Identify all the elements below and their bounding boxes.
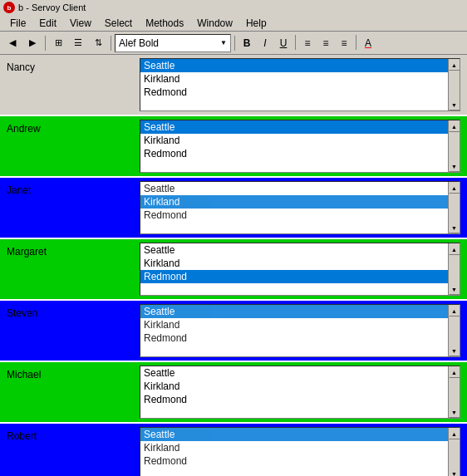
scroll-up-button[interactable]: ▲ [449,182,460,194]
row-steven: StevenSeattleKirklandRedmond▲▼ [0,301,467,362]
row-name-nancy: Nancy [7,58,140,73]
toolbar-sep-2 [111,36,111,51]
menu-file[interactable]: File [3,16,32,31]
italic-button[interactable]: I [257,35,273,52]
list-item[interactable]: Kirkland [140,195,448,209]
toolbar-sep-3 [234,36,235,51]
align-right-button[interactable]: ≡ [336,35,352,52]
row-nancy: NancySeattleKirklandRedmond▲▼ [0,55,467,116]
scroll-down-button[interactable]: ▼ [449,468,460,476]
listbox-michael[interactable]: SeattleKirklandRedmond [140,366,460,418]
listbox-container-andrew[interactable]: SeattleKirklandRedmond▲▼ [140,120,460,173]
list-item[interactable]: Kirkland [140,318,448,331]
scroll-up-button[interactable]: ▲ [449,59,460,71]
row-name-andrew: Andrew [7,120,140,135]
row-name-steven: Steven [7,304,140,319]
list-item[interactable]: Redmond [140,270,448,283]
font-selector[interactable]: Alef Bold ▼ [115,34,231,52]
app-icon: b [3,2,15,13]
list-item[interactable]: Seattle [140,428,448,441]
scroll-down-button[interactable]: ▼ [449,345,460,356]
toolbar-sep-4 [295,35,296,50]
bold-button[interactable]: B [238,35,255,52]
list-item[interactable]: Redmond [140,454,448,468]
listbox-janet[interactable]: SeattleKirklandRedmond [140,182,460,233]
font-color-button[interactable]: A [360,35,376,52]
align-center-button[interactable]: ≡ [317,35,334,52]
row-name-janet: Janet [7,181,140,196]
menu-edit[interactable]: Edit [32,16,63,31]
scrollbar[interactable]: ▲▼ [448,305,460,356]
font-combo-arrow: ▼ [220,39,227,47]
grid-button[interactable]: ⊞ [49,34,67,52]
scroll-up-button[interactable]: ▲ [449,366,460,378]
align-left-button[interactable]: ≡ [299,35,316,52]
main-content: NancySeattleKirklandRedmond▲▼AndrewSeatt… [0,55,467,476]
row-margaret: MargaretSeattleKirklandRedmond▲▼ [0,239,467,301]
list-item[interactable]: Seattle [140,305,448,318]
menu-window[interactable]: Window [190,16,239,31]
list-item[interactable]: Seattle [140,182,448,195]
list-item[interactable]: Redmond [140,86,448,99]
scroll-down-button[interactable]: ▼ [449,99,460,110]
scrollbar[interactable]: ▲▼ [448,120,460,172]
scrollbar[interactable]: ▲▼ [448,243,460,295]
listbox-container-nancy[interactable]: SeattleKirklandRedmond▲▼ [140,58,460,111]
listbox-container-michael[interactable]: SeattleKirklandRedmond▲▼ [140,366,460,419]
scroll-up-button[interactable]: ▲ [449,305,460,317]
scroll-up-button[interactable]: ▲ [449,120,460,132]
underline-button[interactable]: U [275,35,292,52]
row-robert: RobertSeattleKirklandRedmond▲▼ [0,424,467,476]
sort-button[interactable]: ⇅ [89,34,107,52]
listbox-robert[interactable]: SeattleKirklandRedmond [140,428,460,476]
list-item[interactable]: Seattle [140,59,448,72]
title-bar: b b - Servoy Client [0,0,467,15]
scroll-down-button[interactable]: ▼ [449,406,460,418]
listbox-margaret[interactable]: SeattleKirklandRedmond [140,243,460,295]
list-item[interactable]: Kirkland [140,134,448,147]
list-item[interactable]: Kirkland [140,380,448,393]
listbox-container-janet[interactable]: SeattleKirklandRedmond▲▼ [140,181,460,234]
menu-bar: File Edit View Select Methods Window Hel… [0,15,467,32]
list-item[interactable]: Kirkland [140,72,448,86]
toolbar-sep-1 [45,36,46,51]
menu-methods[interactable]: Methods [139,16,190,31]
forward-button[interactable]: ▶ [23,34,42,52]
scroll-up-button[interactable]: ▲ [449,428,460,439]
scrollbar[interactable]: ▲▼ [448,428,460,476]
listbox-steven[interactable]: SeattleKirklandRedmond [140,305,460,356]
row-name-michael: Michael [7,366,140,380]
menu-view[interactable]: View [63,16,98,31]
list-item[interactable]: Redmond [140,147,448,160]
scrollbar[interactable]: ▲▼ [448,366,460,418]
list-item[interactable]: Redmond [140,209,448,222]
title-label: b - Servoy Client [18,2,86,12]
list-item[interactable]: Redmond [140,331,448,345]
listbox-container-steven[interactable]: SeattleKirklandRedmond▲▼ [140,304,460,357]
list-item[interactable]: Seattle [140,366,448,380]
scroll-down-button[interactable]: ▼ [449,160,460,172]
list-item[interactable]: Seattle [140,120,448,134]
back-button[interactable]: ◀ [3,34,22,52]
font-name: Alef Bold [119,37,159,49]
listbox-container-robert[interactable]: SeattleKirklandRedmond▲▼ [140,427,460,476]
listbox-andrew[interactable]: SeattleKirklandRedmond [140,120,460,172]
list-item[interactable]: Redmond [140,393,448,406]
list-item[interactable]: Kirkland [140,441,448,454]
scrollbar[interactable]: ▲▼ [448,182,460,233]
list-item[interactable]: Kirkland [140,257,448,270]
scrollbar[interactable]: ▲▼ [448,59,460,110]
listbox-nancy[interactable]: SeattleKirklandRedmond [140,59,460,110]
row-michael: MichaelSeattleKirklandRedmond▲▼ [0,362,467,424]
list-button[interactable]: ☰ [69,34,87,52]
scroll-up-button[interactable]: ▲ [449,243,460,255]
row-name-margaret: Margaret [7,243,140,258]
menu-select[interactable]: Select [98,16,139,31]
listbox-container-margaret[interactable]: SeattleKirklandRedmond▲▼ [140,243,460,296]
row-andrew: AndrewSeattleKirklandRedmond▲▼ [0,116,467,178]
scroll-down-button[interactable]: ▼ [449,283,460,295]
menu-help[interactable]: Help [239,16,273,31]
row-janet: JanetSeattleKirklandRedmond▲▼ [0,178,467,239]
list-item[interactable]: Seattle [140,243,448,257]
scroll-down-button[interactable]: ▼ [449,222,460,233]
